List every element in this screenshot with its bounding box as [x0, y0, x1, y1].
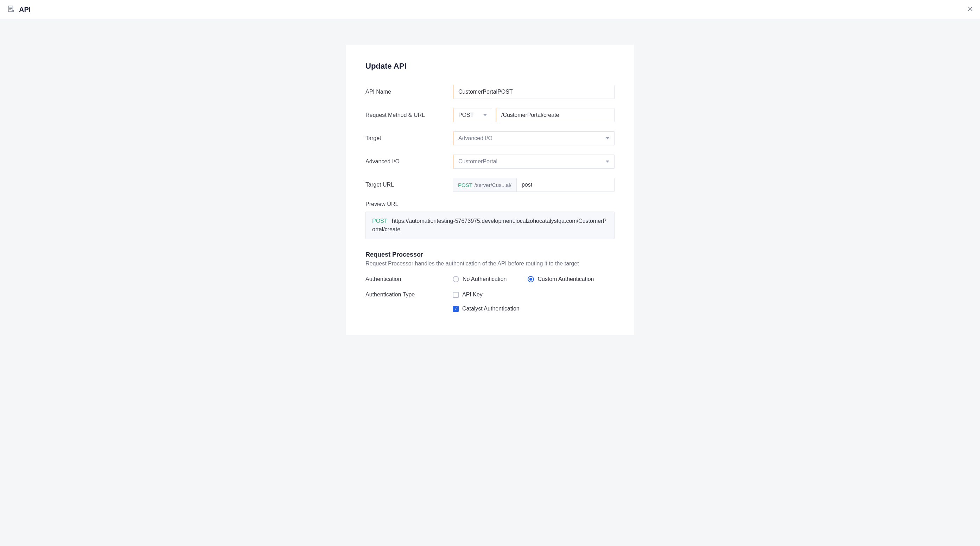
input-request-url[interactable]	[496, 108, 614, 122]
target-url-method: POST	[458, 182, 473, 188]
checkbox-icon: ✓	[453, 306, 459, 312]
row-authentication: Authentication No Authentication Custom …	[366, 276, 614, 283]
radio-no-authentication[interactable]: No Authentication	[453, 276, 506, 283]
checkbox-api-key[interactable]: API Key	[453, 292, 520, 298]
radio-icon	[528, 276, 534, 283]
input-target-url[interactable]	[517, 178, 614, 192]
label-api-name: API Name	[366, 89, 443, 95]
select-request-method[interactable]: POST	[453, 108, 492, 122]
update-api-panel: Update API API Name Request Method & URL…	[346, 45, 634, 335]
checkbox-catalyst-label: Catalyst Authentication	[462, 306, 520, 312]
row-target: Target Advanced I/O	[366, 131, 614, 145]
radio-icon	[453, 276, 459, 283]
row-advanced-io: Advanced I/O CustomerPortal	[366, 155, 614, 169]
label-target: Target	[366, 135, 443, 142]
chevron-down-icon	[483, 114, 487, 116]
select-advanced-io[interactable]: CustomerPortal	[453, 155, 614, 169]
select-target-value: Advanced I/O	[458, 135, 492, 142]
radio-custom-authentication[interactable]: Custom Authentication	[528, 276, 594, 283]
row-preview-url: Preview URL POST https://automationtesti…	[366, 201, 614, 239]
label-advanced-io: Advanced I/O	[366, 158, 443, 165]
close-button[interactable]	[967, 6, 973, 13]
preview-url-method: POST	[372, 218, 388, 224]
radio-no-auth-label: No Authentication	[463, 276, 506, 283]
input-api-name[interactable]	[453, 85, 614, 99]
authentication-type-list: API Key ✓ Catalyst Authentication	[453, 292, 520, 312]
label-request-method: Request Method & URL	[366, 112, 443, 118]
label-authentication: Authentication	[366, 276, 443, 283]
target-url-prefix: POST /server/Cus...al/	[453, 178, 517, 192]
top-bar: API	[0, 0, 980, 19]
row-authentication-type: Authentication Type API Key ✓ Catalyst A…	[366, 292, 614, 312]
preview-url-value: https://automationtesting-57673975.devel…	[372, 218, 606, 232]
page-title: API	[19, 6, 30, 14]
chevron-down-icon	[606, 161, 609, 163]
request-processor-desc: Request Processor handles the authentica…	[366, 260, 614, 267]
label-preview-url: Preview URL	[366, 201, 614, 208]
checkbox-icon	[453, 292, 459, 298]
row-request-method: Request Method & URL POST	[366, 108, 614, 122]
target-url-group: POST /server/Cus...al/	[453, 178, 614, 192]
panel-heading: Update API	[366, 62, 614, 71]
authentication-radio-group: No Authentication Custom Authentication	[453, 276, 594, 283]
request-processor-title: Request Processor	[366, 251, 614, 259]
label-target-url: Target URL	[366, 182, 443, 188]
target-url-prefix-path: /server/Cus...al/	[474, 182, 511, 188]
checkbox-catalyst-auth[interactable]: ✓ Catalyst Authentication	[453, 306, 520, 312]
preview-url-box: POST https://automationtesting-57673975.…	[366, 212, 614, 239]
checkbox-api-key-label: API Key	[462, 292, 483, 298]
panel-wrap: Update API API Name Request Method & URL…	[0, 19, 980, 349]
row-api-name: API Name	[366, 85, 614, 99]
chevron-down-icon	[606, 137, 609, 139]
select-request-method-value: POST	[458, 112, 474, 118]
row-target-url: Target URL POST /server/Cus...al/	[366, 178, 614, 192]
select-target[interactable]: Advanced I/O	[453, 131, 614, 145]
close-icon	[967, 6, 973, 13]
select-advanced-io-value: CustomerPortal	[458, 158, 497, 165]
radio-custom-auth-label: Custom Authentication	[538, 276, 594, 283]
label-authentication-type: Authentication Type	[366, 292, 443, 298]
api-icon	[7, 5, 15, 14]
top-bar-left: API	[7, 5, 30, 14]
